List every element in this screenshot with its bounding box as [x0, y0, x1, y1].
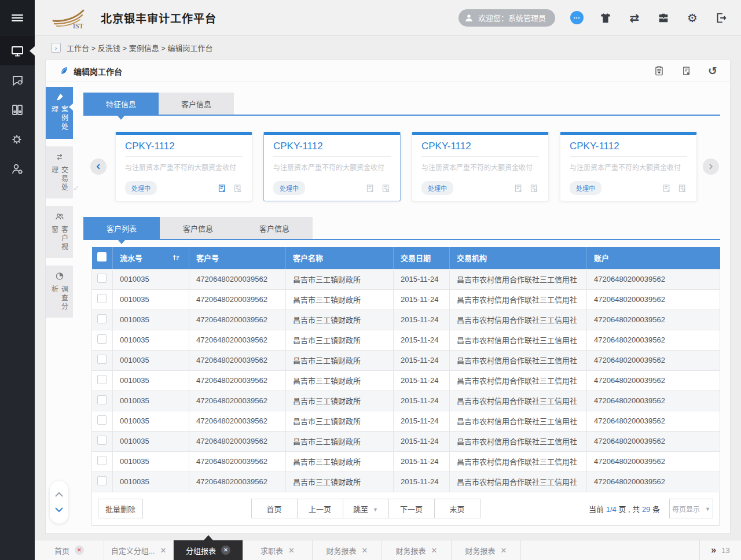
remove-report-icon[interactable]	[681, 65, 692, 76]
table-row[interactable]: 0010035 47206480200039562 昌吉市三工镇财政所 2015…	[92, 330, 720, 350]
page-size-select[interactable]: 每页显示	[669, 499, 713, 518]
first-page-button[interactable]: 首页	[251, 499, 298, 518]
case-code[interactable]: CPKY-1112	[570, 141, 687, 157]
undo-icon[interactable]	[708, 64, 717, 78]
cell-account: 47206480200039562	[587, 330, 720, 350]
vtab-case-processing[interactable]: 案例处理	[46, 87, 73, 139]
close-icon[interactable]: ✕	[160, 547, 166, 554]
cell-customer-name: 昌吉市三工镇财政所	[286, 269, 394, 289]
bottom-tab[interactable]: 自定义分组... ✕	[104, 540, 174, 560]
rail-scroller	[50, 481, 68, 524]
row-checkbox[interactable]	[97, 395, 107, 404]
search-doc-icon[interactable]	[381, 183, 391, 193]
case-code[interactable]: CPKY-1112	[273, 141, 391, 157]
table-row[interactable]: 0010035 47206480200039562 昌吉市三工镇财政所 2015…	[92, 451, 720, 471]
cards-next-button[interactable]	[703, 159, 719, 175]
case-card[interactable]: CPKY-1112 与注册资本严重不符的大额资金收付 处理中	[412, 132, 549, 201]
tab-customer-info-1[interactable]: 客户信息	[160, 217, 236, 239]
row-checkbox[interactable]	[97, 476, 107, 485]
bottom-tab[interactable]: 分组报表 ✕	[174, 540, 243, 560]
close-icon[interactable]: ✕	[75, 546, 84, 555]
close-icon[interactable]: ✕	[288, 547, 295, 554]
scroll-down-icon[interactable]	[54, 507, 64, 513]
clipboard-import-icon[interactable]	[654, 65, 665, 76]
table-row[interactable]: 0010035 47206480200039562 昌吉市三工镇财政所 2015…	[92, 411, 720, 431]
table-row[interactable]: 0010035 47206480200039562 昌吉市三工镇财政所 2015…	[92, 390, 720, 411]
remove-doc-icon[interactable]	[217, 183, 227, 193]
vtab-investigation-analysis[interactable]: 调查分析	[46, 266, 73, 318]
table-row[interactable]: 0010035 47206480200039562 昌吉市三工镇财政所 2015…	[92, 310, 720, 330]
select-all-checkbox[interactable]	[97, 252, 107, 261]
tab-customer-info[interactable]: 客户信息	[159, 93, 234, 115]
tab-feature-info[interactable]: 特征信息	[83, 93, 159, 115]
message-icon[interactable]	[570, 11, 584, 24]
row-checkbox[interactable]	[97, 294, 107, 303]
tshirt-theme-icon[interactable]	[599, 11, 612, 25]
case-card[interactable]: CPKY-1112 与注册资本严重不符的大额资金收付 处理中	[263, 132, 401, 201]
row-checkbox[interactable]	[97, 415, 107, 425]
settings-icon[interactable]	[685, 11, 699, 25]
table-header-row: 流水号 客户号 客户名称 交易日期 交易机构 账户	[92, 247, 720, 269]
bottom-tab[interactable]: 财务报表 ✕	[313, 540, 382, 560]
remove-doc-icon[interactable]	[513, 183, 523, 193]
logout-icon[interactable]	[714, 11, 728, 25]
sidebar-item-workbench[interactable]	[0, 36, 35, 65]
table-row[interactable]: 0010035 47206480200039562 昌吉市三工镇财政所 2015…	[92, 289, 720, 310]
cell-serial-no: 0010035	[113, 451, 189, 471]
table-row[interactable]: 0010035 47206480200039562 昌吉市三工镇财政所 2015…	[92, 431, 720, 451]
table-row[interactable]: 0010035 47206480200039562 昌吉市三工镇财政所 2015…	[92, 370, 720, 390]
vtab-transaction-processing[interactable]: 交易处理	[46, 146, 73, 198]
row-checkbox[interactable]	[97, 456, 107, 465]
search-doc-icon[interactable]	[529, 183, 539, 193]
sidebar-item-user-management[interactable]	[0, 154, 35, 183]
vtab-customer-view[interactable]: 客户视窗	[46, 206, 73, 258]
tab-customer-list[interactable]: 客户列表	[83, 217, 160, 239]
case-card[interactable]: CPKY-1112 与注册资本严重不符的大额资金收付 处理中	[560, 132, 697, 201]
sidebar-item-services[interactable]	[0, 124, 35, 154]
sidebar-item-archives[interactable]	[0, 95, 35, 124]
close-icon[interactable]: ✕	[501, 547, 507, 554]
cell-trade-date: 2015-11-24	[394, 269, 450, 289]
user-welcome-pill[interactable]: 欢迎您：系统管理员	[458, 9, 555, 27]
scroll-up-icon[interactable]	[54, 492, 64, 498]
search-doc-icon[interactable]	[677, 183, 687, 193]
case-code[interactable]: CPKY-1112	[125, 141, 243, 157]
more-tabs-icon[interactable]	[711, 545, 716, 555]
remove-doc-icon[interactable]	[365, 183, 375, 193]
row-checkbox[interactable]	[97, 436, 107, 445]
table-row[interactable]: 0010035 47206480200039562 昌吉市三工镇财政所 2015…	[92, 350, 720, 370]
sidebar-item-messages[interactable]	[0, 65, 35, 95]
row-checkbox[interactable]	[97, 375, 107, 384]
bottom-tab[interactable]: 财务报表 ✕	[382, 540, 452, 560]
remove-doc-icon[interactable]	[662, 183, 672, 193]
breadcrumb-toggle-icon[interactable]: ›	[51, 43, 61, 53]
bottom-tab[interactable]: 求职表 ✕	[243, 540, 313, 560]
table-row[interactable]: 0010035 47206480200039562 昌吉市三工镇财政所 2015…	[92, 269, 720, 289]
bottom-tab-label: 求职表	[261, 545, 283, 556]
table-row[interactable]: 0010035 47206480200039562 昌吉市三工镇财政所 2015…	[92, 471, 720, 492]
sort-icon[interactable]	[172, 253, 181, 262]
bottom-tab[interactable]: 财务报表 ✕	[452, 540, 521, 560]
close-icon[interactable]: ✕	[431, 547, 438, 554]
briefcase-icon[interactable]	[656, 11, 670, 25]
search-doc-icon[interactable]	[233, 183, 243, 193]
case-code[interactable]: CPKY-1112	[421, 141, 539, 157]
row-checkbox[interactable]	[97, 274, 107, 283]
prev-page-button[interactable]: 上一页	[297, 499, 343, 518]
row-checkbox[interactable]	[97, 355, 107, 364]
batch-delete-button[interactable]: 批量删除	[98, 499, 143, 518]
case-card[interactable]: CPKY-1112 与注册资本严重不符的大额资金收付 处理中	[115, 132, 252, 201]
close-icon[interactable]: ✕	[362, 547, 368, 554]
last-page-button[interactable]: 末页	[434, 499, 480, 518]
row-checkbox[interactable]	[97, 334, 107, 344]
next-page-button[interactable]: 下一页	[388, 499, 435, 518]
tab-customer-info-2[interactable]: 客户信息	[236, 217, 313, 239]
menu-icon[interactable]	[0, 0, 35, 36]
cell-account: 47206480200039562	[587, 370, 720, 390]
bottom-tab[interactable]: 首页 ✕	[35, 540, 104, 560]
close-icon[interactable]: ✕	[221, 546, 230, 555]
row-checkbox[interactable]	[97, 314, 107, 323]
jump-page-button[interactable]: 跳至	[343, 499, 389, 518]
switch-icon[interactable]	[628, 11, 641, 25]
cards-prev-button[interactable]	[90, 159, 107, 175]
